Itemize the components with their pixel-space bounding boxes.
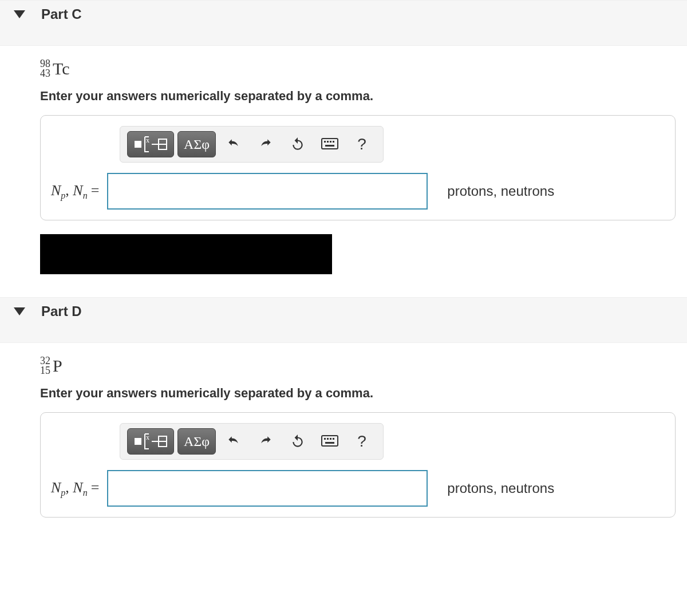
part-d-body: 32 15 P Enter your answers numerically s…	[0, 343, 687, 529]
reset-icon	[290, 434, 305, 449]
undo-icon	[226, 137, 241, 152]
units-label: protons, neutrons	[447, 480, 554, 496]
variable-label: Np, Nn=	[51, 479, 99, 498]
svg-text:x: x	[146, 433, 149, 441]
reset-button[interactable]	[283, 132, 312, 157]
redo-icon	[258, 434, 273, 449]
svg-rect-7	[330, 141, 331, 143]
templates-button[interactable]: x	[127, 428, 174, 455]
keyboard-icon	[321, 138, 338, 151]
svg-rect-16	[327, 438, 329, 440]
keyboard-icon	[321, 435, 338, 448]
svg-rect-6	[327, 141, 329, 143]
svg-rect-5	[324, 141, 326, 143]
templates-icon: x	[133, 136, 168, 153]
svg-rect-10	[135, 438, 141, 445]
answer-input[interactable]	[107, 470, 428, 507]
undo-button[interactable]	[219, 132, 248, 157]
element-symbol: P	[53, 356, 62, 376]
redo-button[interactable]	[251, 132, 280, 157]
svg-rect-17	[330, 438, 331, 440]
redo-icon	[258, 137, 273, 152]
reset-icon	[290, 137, 305, 152]
help-button[interactable]: ?	[348, 429, 376, 454]
answer-box: x ΑΣφ	[40, 115, 676, 220]
instruction-text: Enter your answers numerically separated…	[40, 89, 676, 104]
svg-rect-9	[325, 145, 334, 147]
redo-button[interactable]	[251, 429, 280, 454]
greek-symbols-button[interactable]: ΑΣφ	[177, 428, 216, 455]
part-c-header[interactable]: Part C	[0, 0, 687, 46]
units-label: protons, neutrons	[447, 183, 554, 199]
reset-button[interactable]	[283, 429, 312, 454]
keyboard-button[interactable]	[315, 429, 344, 454]
chevron-down-icon	[14, 307, 25, 315]
redacted-block	[40, 234, 332, 274]
answer-box: x ΑΣφ	[40, 412, 676, 518]
instruction-text: Enter your answers numerically separated…	[40, 386, 676, 401]
element-symbol: Tc	[53, 59, 70, 78]
svg-rect-4	[322, 139, 338, 149]
templates-button[interactable]: x	[127, 131, 174, 157]
part-d-title: Part D	[41, 303, 82, 319]
isotope-p: 32 15 P	[40, 354, 676, 376]
input-row: Np, Nn= protons, neutrons	[51, 470, 665, 507]
equation-toolbar: x ΑΣφ	[120, 423, 384, 460]
isotope-tc: 98 43 Tc	[40, 57, 676, 78]
input-row: Np, Nn= protons, neutrons	[51, 173, 665, 210]
chevron-down-icon	[14, 10, 25, 18]
svg-rect-18	[333, 438, 334, 440]
help-button[interactable]: ?	[348, 132, 376, 157]
undo-icon	[226, 434, 241, 449]
atomic-number: 15	[40, 365, 50, 376]
svg-rect-0	[135, 141, 141, 148]
atomic-number: 43	[40, 68, 50, 79]
part-c-title: Part C	[41, 6, 82, 22]
svg-rect-14	[322, 436, 338, 446]
answer-input[interactable]	[107, 173, 428, 210]
keyboard-button[interactable]	[315, 132, 344, 157]
greek-symbols-button[interactable]: ΑΣφ	[177, 131, 216, 157]
part-c-body: 98 43 Tc Enter your answers numerically …	[0, 46, 687, 232]
svg-rect-15	[324, 438, 326, 440]
svg-rect-8	[333, 141, 334, 143]
variable-label: Np, Nn=	[51, 182, 99, 201]
equation-toolbar: x ΑΣφ	[120, 126, 384, 163]
templates-icon: x	[133, 433, 168, 450]
part-d-header[interactable]: Part D	[0, 297, 687, 343]
svg-text:x: x	[146, 136, 149, 144]
svg-rect-19	[325, 442, 334, 444]
undo-button[interactable]	[219, 429, 248, 454]
